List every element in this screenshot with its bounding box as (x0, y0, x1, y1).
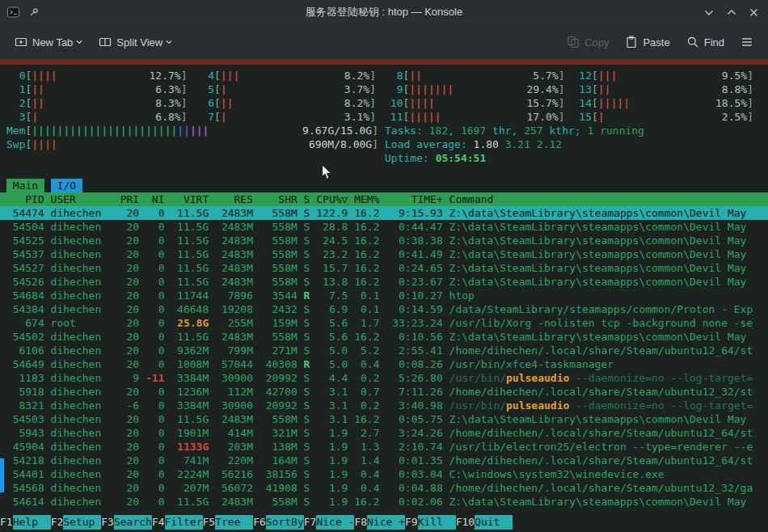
scrollbar-indicator[interactable] (0, 458, 4, 492)
cpu-meter-8: 8[||5.7%] (384, 69, 573, 82)
konsole-window: 服务器登陆秘钥 : htop — Konsole New Tab (0, 0, 768, 532)
process-command: Z:\data\SteamLibrary\steamapps\common\De… (443, 234, 768, 247)
fkey-nice[interactable]: Nice - (316, 515, 354, 530)
cpu-meter-7: 7[|3.1%] (196, 110, 385, 124)
process-row[interactable]: 54503dihechen20011.5G2483M558MS3.116.20:… (0, 412, 768, 426)
process-command: /home/dihechen/.local/share/Steam/ubuntu… (443, 481, 768, 495)
fkey-tree[interactable]: Tree (215, 515, 253, 530)
fkey-setup[interactable]: Setup (63, 515, 101, 530)
process-row[interactable]: 54526dihechen20011.5G2483M558MS13.816.20… (0, 275, 768, 289)
process-row[interactable]: 54401dihechen2002224M5621638156S1.90.40:… (0, 467, 768, 481)
fkey-search[interactable]: Search (114, 515, 152, 530)
process-row[interactable]: 54527dihechen20011.5G2483M558MS15.716.20… (0, 261, 768, 275)
hamburger-menu-icon (741, 36, 753, 48)
column-header-cpu[interactable]: CPU%▽ (310, 192, 348, 206)
minimize-icon[interactable] (704, 9, 714, 16)
column-header-time[interactable]: TIME+ (380, 192, 443, 206)
process-command: /home/dihechen/.local/share/Steam/ubuntu… (443, 385, 768, 399)
process-command: /data/SteamLibrary/steamapps/common/Prot… (443, 302, 768, 316)
process-row[interactable]: 54218dihechen200741M220M164MS1.91.40:01.… (0, 454, 768, 467)
column-header-ni[interactable]: NI (139, 192, 164, 206)
process-command: /usr/bin/pulseaudio --daemonize=no --log… (443, 399, 768, 412)
htop-tab-main[interactable]: Main (6, 179, 44, 192)
paste-icon (625, 36, 638, 49)
fkey-quit[interactable]: Quit (475, 515, 513, 530)
process-row[interactable]: 674root20025.8G255M159MS5.61.733:23.24/u… (0, 316, 768, 330)
process-row[interactable]: 54504dihechen20011.5G2483M558MS28.816.20… (0, 220, 768, 234)
fkey-filter[interactable]: Filter (165, 515, 203, 530)
column-header-shr[interactable]: SHR (253, 192, 297, 206)
copy-button[interactable]: Copy (560, 31, 615, 53)
find-button[interactable]: Find (680, 31, 731, 53)
process-command: /usr/bin/xfce4-taskmanager (443, 357, 768, 371)
column-header-cmd[interactable]: Command (443, 192, 768, 206)
process-row[interactable]: 1183dihechen9-113384M3090020992S4.40.25:… (0, 371, 768, 385)
process-row[interactable]: 54537dihechen20011.5G2483M558MS23.216.20… (0, 247, 768, 261)
process-command: Z:\data\SteamLibrary\steamapps\common\De… (443, 412, 768, 426)
process-row[interactable]: 8321dihechen-603384M3090020992S3.10.23:4… (0, 399, 768, 412)
fkey-nice[interactable]: Nice + (367, 515, 405, 530)
column-header-s[interactable]: S (297, 192, 310, 206)
fkey-sortby[interactable]: SortBy (266, 515, 304, 530)
process-row[interactable]: 54684dihechen2001174478963544R7.50.10:10… (0, 289, 768, 302)
new-tab-button[interactable]: New Tab (8, 31, 89, 53)
split-view-label: Split View (116, 36, 162, 49)
copy-icon (567, 36, 580, 49)
process-command: Z:\data\SteamLibrary\steamapps\common\De… (443, 261, 768, 275)
terminal[interactable]: 0[||||12.7%]1[||6.3%]2[||8.3%]3[|6.8%]4[… (0, 65, 768, 532)
column-header-mem[interactable]: MEM% (348, 192, 379, 206)
process-row[interactable]: 54525dihechen20011.5G2483M558MS24.516.20… (0, 234, 768, 247)
cpu-meter-0: 0[||||12.7%] (6, 69, 196, 82)
column-header-res[interactable]: RES (209, 192, 253, 206)
process-command: Z:\data\SteamLibrary\steamapps\common\De… (443, 275, 768, 289)
column-header-virt[interactable]: VIRT (164, 192, 209, 206)
process-row[interactable]: 54502dihechen20011.5G2483M558MS5.616.20:… (0, 330, 768, 344)
new-tab-label: New Tab (32, 36, 73, 49)
process-row[interactable]: 54614dihechen20011.5G2483M558MS1.916.20:… (0, 495, 768, 509)
process-command: /home/dihechen/.local/share/Steam/ubuntu… (443, 426, 768, 440)
process-row[interactable]: 5943dihechen2001901M414M321MS1.92.73:24.… (0, 426, 768, 440)
new-tab-icon (15, 36, 27, 49)
konsole-app-icon (6, 6, 20, 19)
column-header-pid[interactable]: PID (0, 192, 44, 206)
process-row[interactable]: 6106dihechen2009362M799M271MS5.05.22:55.… (0, 344, 768, 357)
menu-button[interactable] (734, 32, 760, 53)
process-row[interactable]: 54384dihechen20046648192082432S6.90.10:1… (0, 302, 768, 316)
cpu-meter-4: 4[|||8.2%] (196, 69, 385, 82)
column-header-pri[interactable]: PRI (114, 192, 139, 206)
fkey-kill[interactable]: Kill (418, 515, 456, 530)
process-table-header: PIDUSERPRINIVIRTRESSHRSCPU%▽MEM%TIME+Com… (0, 192, 768, 206)
process-row[interactable]: 54474dihechen20011.5G2483M558MS122.916.2… (0, 206, 768, 220)
process-row[interactable]: 54649dihechen2001008M5704440308R5.00.40:… (0, 357, 768, 371)
htop-tab-io[interactable]: I/O (51, 179, 82, 192)
titlebar[interactable]: 服务器登陆秘钥 : htop — Konsole (0, 0, 768, 25)
paste-label: Paste (643, 36, 669, 49)
maximize-icon[interactable] (727, 9, 736, 16)
process-command: /usr/bin/pulseaudio --daemonize=no --log… (443, 371, 768, 385)
split-view-button[interactable]: Split View (92, 31, 179, 53)
cpu-meter-12: 12[|||9.5%] (573, 69, 762, 82)
process-row[interactable]: 54568dihechen200207M5607241908S1.90.40:0… (0, 481, 768, 495)
titlebar-icons (6, 0, 40, 24)
fkey-help[interactable]: Help (13, 515, 51, 530)
process-row[interactable]: 45904dihechen2001133G203M138MS1.91.32:10… (0, 440, 768, 454)
process-command: Z:\data\SteamLibrary\steamapps\common\De… (443, 495, 768, 509)
chevron-down-icon (76, 40, 82, 44)
mem-meter: Mem[||||||||||||||||||||||||||||9.67G/15… (6, 124, 378, 137)
split-view-icon (99, 36, 112, 49)
column-header-user[interactable]: USER (44, 192, 114, 206)
toolbar: New Tab Split View (0, 25, 768, 59)
meter-spacer (6, 151, 378, 165)
uptime-line: Uptime: 05:54:51 (378, 151, 486, 165)
cpu-meter-10: 10[||||15.7%] (384, 96, 573, 110)
close-icon[interactable] (749, 8, 758, 17)
cpu-meter-11: 11[|||||17.0%] (384, 110, 573, 124)
mouse-cursor (321, 164, 332, 180)
profile-color-strip (0, 59, 768, 65)
process-command: Z:\data\SteamLibrary\steamapps\common\De… (443, 206, 768, 220)
process-row[interactable]: 5918dihechen2001236M112M42700S3.10.77:11… (0, 385, 768, 399)
pin-icon[interactable] (27, 6, 40, 19)
window-title: 服务器登陆秘钥 : htop — Konsole (0, 5, 768, 19)
paste-button[interactable]: Paste (618, 31, 676, 53)
cpu-meter-6: 6[||8.2%] (196, 96, 385, 110)
